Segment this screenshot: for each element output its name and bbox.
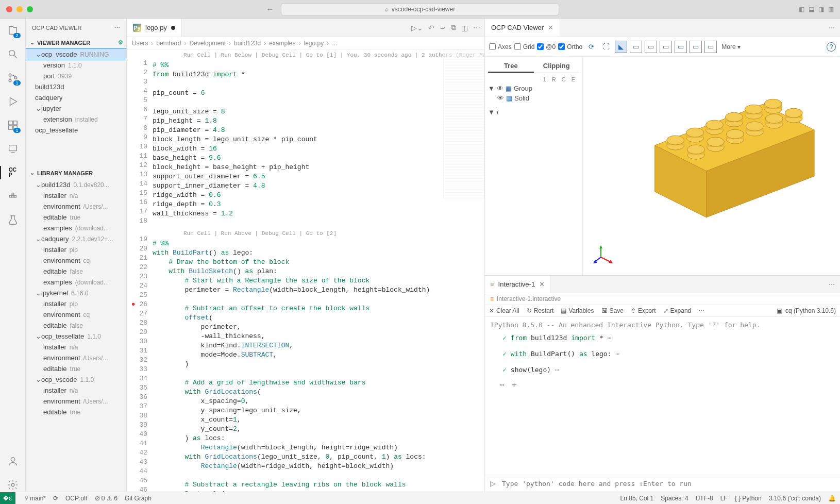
back-view-icon[interactable]: ▭: [645, 41, 657, 53]
collapse-icon[interactable]: ⋯: [490, 380, 506, 390]
nav-back[interactable]: ←: [266, 5, 274, 14]
remote-icon[interactable]: [6, 142, 20, 156]
gitgraph-button[interactable]: Git Graph: [125, 495, 152, 502]
cad-viewport[interactable]: [583, 57, 840, 275]
code-editor[interactable]: 123456789101112131415161718 192021222324…: [127, 49, 484, 492]
tree-item[interactable]: editablefalse: [26, 266, 126, 277]
kernel-picker[interactable]: ▣ cq (Python 3.10.6): [777, 307, 836, 314]
close-icon[interactable]: ✕: [548, 24, 553, 31]
add-cell-button[interactable]: +: [512, 380, 517, 390]
tree-item[interactable]: installern/a: [26, 385, 126, 396]
explorer-icon[interactable]: 2: [6, 24, 20, 37]
tree-item[interactable]: editabletrue: [26, 212, 126, 223]
tree-item[interactable]: environment/Users/...: [26, 352, 126, 363]
ocp-icon[interactable]: OCP: [6, 166, 20, 179]
layout-custom-icon[interactable]: ▥: [828, 6, 834, 13]
breadcrumb-item[interactable]: lego.py: [304, 40, 324, 47]
tree-item[interactable]: editablefalse: [26, 320, 126, 331]
close-window[interactable]: [6, 6, 12, 12]
breadcrumb-item[interactable]: Users: [132, 40, 148, 47]
branch-button[interactable]: ⑂ main*: [25, 495, 46, 502]
debug-icon[interactable]: [6, 95, 20, 108]
tree-item[interactable]: editabletrue: [26, 407, 126, 417]
tree-item-ocp-vscode[interactable]: ⌄ocp_vscodeRUNNING: [26, 49, 126, 60]
save-button[interactable]: 🖫 Save: [601, 307, 624, 314]
run-icon[interactable]: ▷⌄: [411, 24, 423, 32]
bottom-view-icon[interactable]: ▭: [675, 41, 687, 53]
right-view-icon[interactable]: ▭: [704, 41, 717, 53]
close-icon[interactable]: ✕: [539, 280, 545, 288]
interactive-input[interactable]: ▷: [485, 475, 840, 492]
tree-item[interactable]: installerpip: [26, 298, 126, 309]
fit-icon[interactable]: ⛶: [600, 41, 612, 53]
account-icon[interactable]: [6, 455, 20, 468]
tree-item[interactable]: environmentcq: [26, 309, 126, 320]
interactive-cell[interactable]: ✓show(lego) ⋯: [490, 362, 835, 378]
python-env[interactable]: 3.10.6 ('cq': conda): [769, 495, 821, 502]
ocp-status[interactable]: OCP:off: [65, 495, 87, 502]
interactive-breadcrumb[interactable]: ≡ Interactive-1.interactive: [485, 293, 840, 305]
more-icon[interactable]: ⋯: [114, 25, 120, 31]
variables-button[interactable]: ▤ Variables: [561, 307, 594, 314]
tree-item[interactable]: environment/Users/...: [26, 396, 126, 407]
minimize-window[interactable]: [16, 6, 23, 12]
minimap[interactable]: [443, 49, 484, 199]
tree-item[interactable]: ⌄cadquery2.2.1.dev12+...: [26, 233, 126, 244]
more-icon[interactable]: ⋯: [698, 307, 704, 314]
tree-item[interactable]: ⌄ocp_tessellate1.1.0: [26, 331, 126, 342]
tree-item[interactable]: environmentcq: [26, 255, 126, 266]
layout-secondary-icon[interactable]: ◨: [818, 6, 824, 13]
tree-row-solid[interactable]: 👁▦Solid: [488, 93, 579, 103]
breadcrumb-item[interactable]: ...: [332, 40, 337, 47]
encoding[interactable]: UTF-8: [696, 495, 713, 502]
step-icon[interactable]: ⤻: [440, 24, 446, 32]
tree-tab[interactable]: Tree: [488, 60, 534, 73]
left-view-icon[interactable]: ▭: [690, 41, 702, 53]
tree-item[interactable]: extensioninstalled: [26, 114, 126, 125]
tree-item[interactable]: examples(download...: [26, 277, 126, 288]
breadcrumb-item[interactable]: bernhard: [156, 40, 181, 47]
export-button[interactable]: ⇪ Export: [631, 307, 656, 314]
clear-all-button[interactable]: ✕ Clear All: [489, 307, 519, 314]
more-dropdown[interactable]: More ▾: [721, 43, 741, 51]
maximize-window[interactable]: [27, 6, 33, 12]
notifications-icon[interactable]: 🔔: [828, 495, 836, 502]
interactive-output[interactable]: IPython 8.5.0 -- An enhanced Interactive…: [485, 317, 840, 475]
interactive-cell[interactable]: ✓from build123d import * ⋯: [490, 330, 835, 346]
top-view-icon[interactable]: ▭: [660, 41, 672, 53]
restart-button[interactable]: ↻ Restart: [527, 307, 554, 314]
tree-item[interactable]: editabletrue: [26, 363, 126, 374]
tree-item[interactable]: ⌄ipykernel6.16.0: [26, 288, 126, 298]
grid-checkbox[interactable]: Grid: [514, 43, 535, 51]
axes-checkbox[interactable]: Axes: [489, 43, 512, 51]
ortho-checkbox[interactable]: Ortho: [558, 43, 582, 51]
undo-icon[interactable]: ↶: [428, 24, 434, 32]
docker-icon[interactable]: [6, 190, 20, 203]
sync-button[interactable]: ⟳: [53, 495, 58, 502]
at0-checkbox[interactable]: @0: [537, 43, 556, 51]
tree-item-jupyter[interactable]: ⌄jupyter: [26, 103, 126, 114]
testing-icon[interactable]: [6, 213, 20, 227]
tree-item[interactable]: ⌄ocp_vscode1.1.0: [26, 374, 126, 385]
split-icon[interactable]: ◫: [461, 24, 468, 32]
layout-primary-icon[interactable]: ◧: [799, 6, 804, 13]
tree-item[interactable]: installerpip: [26, 244, 126, 255]
tree-item-ocp-tess[interactable]: ocp_tessellate: [26, 125, 126, 136]
command-center[interactable]: ⌕ vscode-ocp-cad-viewer: [281, 3, 559, 15]
layout-panel-icon[interactable]: ⬓: [809, 6, 814, 13]
reset-view-icon[interactable]: ⟳: [585, 41, 597, 53]
tree-item-cadquery[interactable]: cadquery: [26, 92, 126, 103]
breadcrumbs[interactable]: Users›bernhard›Development›build123d›exa…: [127, 37, 484, 49]
language-mode[interactable]: { } Python: [735, 495, 762, 502]
more-icon[interactable]: ⋯: [824, 276, 840, 293]
breadcrumb-item[interactable]: examples: [269, 40, 295, 47]
tab-lego-py[interactable]: Py lego.py: [127, 19, 182, 37]
problems-button[interactable]: ⊘ 0 ⚠ 6: [95, 495, 117, 502]
tree-row-info[interactable]: ▼i: [488, 107, 579, 117]
tree-item[interactable]: installern/a: [26, 342, 126, 352]
breadcrumb-item[interactable]: build123d: [234, 40, 261, 47]
extensions-icon[interactable]: 1: [6, 119, 20, 132]
tree-item[interactable]: environment/Users/...: [26, 201, 126, 212]
library-manager-head[interactable]: ⌄LIBRARY MANAGER: [26, 167, 126, 178]
remote-button[interactable]: �દ: [0, 492, 15, 505]
